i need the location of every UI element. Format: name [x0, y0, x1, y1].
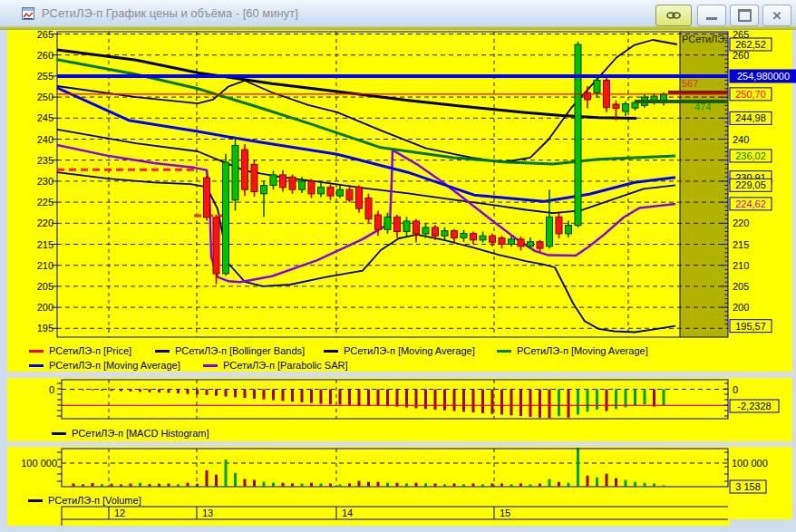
legend-item-moving-average-green[interactable]: РСетиЛЭ-п [Moving Average]: [497, 344, 648, 357]
macd-value-label: -2,2328: [737, 401, 771, 411]
volume-bar: [168, 483, 170, 486]
candle-body: [327, 187, 334, 196]
legend-item-bollinger-bands[interactable]: РСетиЛЭ-п [Bollinger Bands]: [155, 344, 305, 357]
macd-plot-border: [62, 380, 728, 419]
legend-item-moving-average-blue[interactable]: РСетиЛЭ-п [Moving Average]: [29, 359, 180, 372]
macd-bar: [358, 390, 361, 406]
time-axis-label: 13: [202, 508, 213, 518]
volume-bar: [615, 479, 617, 487]
macd-bar: [149, 390, 151, 392]
macd-bar: [405, 390, 408, 408]
candle-body: [566, 226, 572, 234]
macd-bar: [472, 390, 475, 413]
candle-body: [270, 175, 277, 186]
candle-body: [337, 189, 344, 196]
charts-svg[interactable]: 2652602552502452402352302252202152102052…: [0, 0, 796, 532]
volume-bar: [548, 479, 551, 487]
candle-body: [632, 102, 638, 108]
volume-bar: [500, 483, 503, 486]
candle-body: [403, 221, 410, 232]
candle-body: [213, 218, 219, 274]
legend-dash-icon: [28, 499, 43, 502]
macd-bar: [101, 390, 103, 391]
price-axis-label: 250: [37, 92, 53, 102]
macd-bar: [644, 390, 646, 405]
candle-body: [480, 236, 486, 240]
macd-bar: [168, 390, 170, 393]
macd-bar: [329, 390, 332, 404]
price-axis-label: 225: [37, 197, 53, 208]
volume-bar: [653, 483, 655, 486]
price-axis-label: 195: [37, 323, 53, 334]
volume-bar: [386, 483, 389, 487]
volume-bar: [644, 483, 646, 487]
volume-bar: [320, 483, 323, 486]
macd-bar: [625, 390, 627, 408]
macd-bar: [587, 390, 589, 412]
macd-bar: [434, 390, 437, 410]
macd-bar: [519, 390, 522, 417]
macd-bar: [663, 390, 665, 406]
legend-item-price[interactable]: РСетиЛЭ-п [Price]: [29, 344, 131, 357]
volume-bar: [434, 483, 437, 486]
macd-bar: [396, 390, 399, 407]
volume-bar: [424, 483, 427, 486]
volume-plot-border: [62, 449, 728, 487]
legend-item-label: РСетиЛЭ-п [Price]: [49, 345, 131, 356]
candle-body: [365, 198, 372, 218]
macd-bar: [510, 390, 513, 416]
legend-item-macd-histogram[interactable]: РСетиЛЭ-п [MACD Histogram]: [52, 427, 209, 440]
macd-bar: [596, 390, 598, 410]
volume-bar: [358, 481, 361, 487]
candle-body: [613, 104, 619, 109]
volume-bar: [625, 480, 627, 487]
macd-bar: [348, 390, 351, 405]
macd-bar: [377, 390, 380, 406]
price-axis-label: 220: [733, 218, 749, 228]
candle-body: [299, 181, 306, 189]
candle-body: [384, 217, 391, 229]
time-axis-label: 15: [500, 508, 510, 518]
volume-bar: [415, 483, 418, 487]
candle-body: [490, 236, 496, 242]
volume-bar: [367, 482, 370, 487]
volume-bar: [577, 448, 579, 487]
price-axis-label: 235: [37, 155, 53, 166]
macd-bar: [120, 390, 122, 392]
macd-bar: [539, 390, 541, 418]
legend-dash-icon: [29, 364, 44, 367]
legend-item-parabolic-sar[interactable]: РСетиЛЭ-п [Parabolic SAR]: [203, 359, 348, 372]
macd-bar: [263, 390, 266, 400]
macd-bar: [272, 390, 275, 401]
volume-bar: [568, 483, 570, 487]
candle-body: [413, 221, 420, 234]
volume-bar: [92, 483, 94, 487]
price-box-label: 224,62: [735, 198, 766, 209]
candle-body: [461, 233, 467, 237]
volume-bar: [606, 474, 608, 487]
candle-body: [432, 227, 439, 236]
candle-body: [280, 175, 286, 188]
bid-volume-line: [635, 100, 728, 103]
volume-bar: [558, 482, 560, 487]
macd-bar: [73, 390, 75, 391]
volume-bar: [225, 459, 228, 486]
volume-bar: [339, 484, 342, 486]
volume-bar: [244, 479, 247, 487]
legend-item-volume[interactable]: РСетиЛЭ-п [Volume]: [28, 494, 141, 507]
macd-bar: [529, 390, 532, 417]
legend-item-moving-average-black[interactable]: РСетиЛЭ-п [Moving Average]: [324, 344, 475, 357]
volume-bar: [634, 482, 636, 487]
volume-bar: [73, 483, 75, 486]
macd-bar: [130, 390, 132, 392]
legend-dash-icon: [497, 350, 511, 353]
legend-item-label: РСетиЛЭ-п [MACD Histogram]: [72, 428, 209, 439]
price-box-label: 244,98: [735, 112, 766, 123]
macd-bar: [234, 390, 237, 398]
macd-bar: [462, 390, 465, 412]
volume-bar: [405, 483, 408, 486]
volume-bar: [158, 484, 160, 487]
candle-body: [308, 181, 315, 194]
chart-window: РСетиЛЭ-п График цены и объёма - [60 мин…: [0, 0, 796, 532]
price-axis-label: 205: [733, 281, 749, 292]
